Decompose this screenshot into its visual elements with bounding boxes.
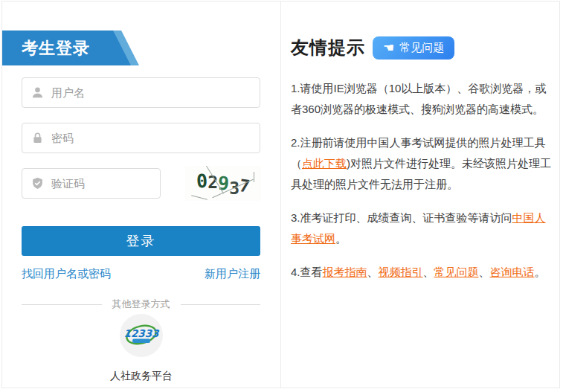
other-login-divider: 其他登录方式	[22, 298, 260, 311]
download-photo-tool-link[interactable]: 点此下载	[302, 157, 347, 170]
hotline-link[interactable]: 咨询电话	[490, 266, 535, 278]
faq-badge-label: 常见问题	[399, 41, 444, 55]
sso-section: 12333 人社政务平台	[2, 314, 280, 383]
login-panel: 考生登录	[2, 1, 280, 388]
svg-text:12333: 12333	[124, 327, 161, 339]
tip-item-3: 3.准考证打印、成绩查询、证书查验等请访问中国人事考试网。	[291, 208, 555, 249]
captcha-input[interactable]	[51, 177, 151, 190]
tip-text: 4.查看	[291, 266, 323, 278]
login-card: 考生登录	[1, 1, 560, 388]
tip-text: 。	[335, 232, 347, 245]
captcha-image[interactable]: 02937	[185, 166, 261, 201]
tips-panel: 友情提示 ☚ 常见问题 1.请使用IE浏览器（10以上版本）、谷歌浏览器，或者3…	[281, 1, 559, 388]
tips-title-row: 友情提示 ☚ 常见问题	[291, 36, 552, 60]
captcha-field[interactable]	[22, 168, 161, 199]
forgot-credentials-link[interactable]: 找回用户名或密码	[22, 267, 111, 281]
captcha-noise-line	[254, 172, 254, 182]
sso-platform-label: 人社政务平台	[2, 370, 280, 383]
captcha-digit: 9	[217, 173, 230, 195]
tip-text: 1.请使用IE浏览器（10以上版本）、谷歌浏览器，或者360浏览器的极速模式、搜…	[291, 82, 546, 115]
pointing-hand-icon: ☚	[383, 42, 394, 54]
tip-text: 3.准考证打印、成绩查询、证书查验等请访问	[291, 211, 512, 224]
12333-logo-icon: 12333	[120, 314, 163, 357]
tips-list: 1.请使用IE浏览器（10以上版本）、谷歌浏览器，或者360浏览器的极速模式、搜…	[291, 78, 555, 283]
user-icon	[31, 86, 44, 99]
captcha-digits: 02937	[185, 166, 261, 201]
faq-badge-button[interactable]: ☚ 常见问题	[373, 36, 454, 60]
tips-title: 友情提示	[291, 36, 365, 60]
faq-link[interactable]: 常见问题	[434, 266, 479, 278]
username-field[interactable]	[22, 77, 260, 108]
tip-text: 。	[535, 266, 546, 278]
tip-text: 、	[423, 266, 434, 278]
login-panel-title: 考生登录	[2, 30, 139, 65]
video-guide-link[interactable]: 视频指引	[379, 266, 423, 278]
shield-check-icon	[31, 177, 44, 190]
exam-guide-link[interactable]: 报考指南	[323, 266, 367, 278]
page: 考生登录	[0, 0, 563, 392]
sso-12333-logo[interactable]: 12333	[120, 314, 163, 357]
other-login-divider-label: 其他登录方式	[112, 298, 170, 311]
new-user-register-link[interactable]: 新用户注册	[205, 267, 260, 281]
tip-item-2: 2.注册前请使用中国人事考试网提供的照片处理工具（点此下载)对照片文件进行处理。…	[291, 132, 555, 195]
login-panel-banner: 考生登录	[2, 30, 139, 65]
login-button[interactable]: 登录	[22, 226, 260, 256]
tip-item-1: 1.请使用IE浏览器（10以上版本）、谷歌浏览器，或者360浏览器的极速模式、搜…	[291, 78, 555, 120]
lock-icon	[31, 132, 44, 144]
password-input[interactable]	[51, 132, 251, 144]
password-field[interactable]	[22, 123, 260, 153]
tip-item-4: 4.查看报考指南、视频指引、常见问题、咨询电话。	[291, 262, 555, 283]
captcha-digit: 0	[196, 170, 208, 193]
tip-text: 、	[367, 266, 379, 278]
tip-text: 、	[479, 266, 490, 278]
username-input[interactable]	[51, 86, 251, 99]
login-links-row: 找回用户名或密码 新用户注册	[22, 267, 260, 281]
